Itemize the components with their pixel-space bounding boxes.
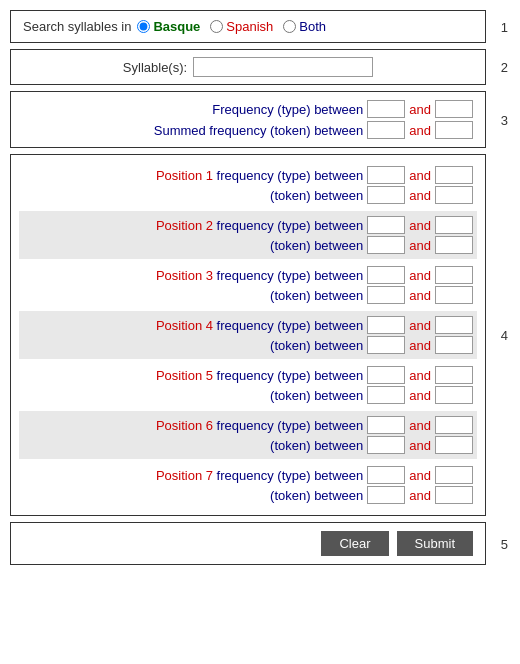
pos-1-num: Position 1 <box>156 168 213 183</box>
pos-3-type-label: Position 3 frequency (type) between <box>156 268 363 283</box>
pos-2-token-to[interactable] <box>435 236 473 254</box>
radio-spanish-input[interactable] <box>210 20 223 33</box>
pos-7-type-to[interactable] <box>435 466 473 484</box>
pos-2-type-from[interactable] <box>367 216 405 234</box>
section-1: Search syllables in Basque Spanish Both <box>10 10 486 43</box>
pos-6-type-label: Position 6 frequency (type) between <box>156 418 363 433</box>
pos-3-type-row: Position 3 frequency (type) between and <box>23 266 473 284</box>
pos-3-token-text: (token) between <box>270 288 363 303</box>
freq-token-to[interactable] <box>435 121 473 139</box>
radio-basque-input[interactable] <box>137 20 150 33</box>
pos-5-token-and: and <box>409 388 431 403</box>
pos-1-token-from[interactable] <box>367 186 405 204</box>
pos-6-type-to[interactable] <box>435 416 473 434</box>
pos-3-type-from[interactable] <box>367 266 405 284</box>
pos-4-type-row: Position 4 frequency (type) between and <box>23 316 473 334</box>
pos-7-token-and: and <box>409 488 431 503</box>
radio-spanish-label: Spanish <box>226 19 273 34</box>
pos-3-token-from[interactable] <box>367 286 405 304</box>
pos-4-type-from[interactable] <box>367 316 405 334</box>
pos-4-token-from[interactable] <box>367 336 405 354</box>
pos-6-token-from[interactable] <box>367 436 405 454</box>
pos-7-type-row: Position 7 frequency (type) between and <box>23 466 473 484</box>
pos-3-token-to[interactable] <box>435 286 473 304</box>
pos-5-type-and: and <box>409 368 431 383</box>
syllables-input[interactable] <box>193 57 373 77</box>
pos-1-token-text: (token) between <box>270 188 363 203</box>
clear-button[interactable]: Clear <box>321 531 388 556</box>
pos-5-token-to[interactable] <box>435 386 473 404</box>
section-3-number: 3 <box>501 112 508 127</box>
freq-token-and: and <box>409 123 431 138</box>
pos-2-type-text: frequency (type) between <box>213 218 363 233</box>
freq-type-to[interactable] <box>435 100 473 118</box>
pos-6-token-label: (token) between <box>270 438 363 453</box>
section-1-number: 1 <box>501 19 508 34</box>
pos-6-token-to[interactable] <box>435 436 473 454</box>
pos-1-token-and: and <box>409 188 431 203</box>
pos-3-token-row: (token) between and <box>23 286 473 304</box>
freq-type-label: Frequency (type) between <box>212 102 363 117</box>
section-4-number: 4 <box>501 328 508 343</box>
pos-7-token-row: (token) between and <box>23 486 473 504</box>
pos-7-type-from[interactable] <box>367 466 405 484</box>
pos-7-type-label: Position 7 frequency (type) between <box>156 468 363 483</box>
pos-5-token-label: (token) between <box>270 388 363 403</box>
pos-6-token-text: (token) between <box>270 438 363 453</box>
pos-4-type-text: frequency (type) between <box>213 318 363 333</box>
pos-5-type-from[interactable] <box>367 366 405 384</box>
radio-basque-label: Basque <box>153 19 200 34</box>
pos-4-type-to[interactable] <box>435 316 473 334</box>
pos-1-token-to[interactable] <box>435 186 473 204</box>
pos-7-token-from[interactable] <box>367 486 405 504</box>
pos-2-type-to[interactable] <box>435 216 473 234</box>
section-5-number: 5 <box>501 536 508 551</box>
pos-1-type-from[interactable] <box>367 166 405 184</box>
pos-5-type-to[interactable] <box>435 366 473 384</box>
submit-button[interactable]: Submit <box>397 531 473 556</box>
pos-3-type-to[interactable] <box>435 266 473 284</box>
pos-2-num: Position 2 <box>156 218 213 233</box>
pos-6-token-row: (token) between and <box>23 436 473 454</box>
radio-basque[interactable]: Basque <box>137 19 200 34</box>
pos-6-type-and: and <box>409 418 431 433</box>
pos-2-type-and: and <box>409 218 431 233</box>
pos-7-token-text: (token) between <box>270 488 363 503</box>
pos-2-type-row: Position 2 frequency (type) between and <box>23 216 473 234</box>
radio-both[interactable]: Both <box>283 19 326 34</box>
position-2-block: Position 2 frequency (type) between and … <box>19 211 477 259</box>
pos-4-token-row: (token) between and <box>23 336 473 354</box>
radio-spanish[interactable]: Spanish <box>210 19 273 34</box>
pos-2-token-row: (token) between and <box>23 236 473 254</box>
pos-7-type-and: and <box>409 468 431 483</box>
section-2: Syllable(s): <box>10 49 486 85</box>
pos-6-num: Position 6 <box>156 418 213 433</box>
position-3-block: Position 3 frequency (type) between and … <box>19 261 477 309</box>
pos-7-num: Position 7 <box>156 468 213 483</box>
pos-4-type-label: Position 4 frequency (type) between <box>156 318 363 333</box>
pos-2-token-label: (token) between <box>270 238 363 253</box>
pos-1-type-text: frequency (type) between <box>213 168 363 183</box>
freq-type-from[interactable] <box>367 100 405 118</box>
pos-4-num: Position 4 <box>156 318 213 333</box>
pos-4-token-and: and <box>409 338 431 353</box>
pos-4-token-to[interactable] <box>435 336 473 354</box>
pos-1-type-row: Position 1 frequency (type) between and <box>23 166 473 184</box>
freq-token-from[interactable] <box>367 121 405 139</box>
section-4: Position 1 frequency (type) between and … <box>10 154 486 516</box>
pos-3-token-and: and <box>409 288 431 303</box>
radio-both-label: Both <box>299 19 326 34</box>
syllables-label: Syllable(s): <box>123 60 187 75</box>
pos-6-type-row: Position 6 frequency (type) between and <box>23 416 473 434</box>
pos-5-token-from[interactable] <box>367 386 405 404</box>
pos-6-type-from[interactable] <box>367 416 405 434</box>
pos-5-type-text: frequency (type) between <box>213 368 363 383</box>
pos-7-token-to[interactable] <box>435 486 473 504</box>
radio-both-input[interactable] <box>283 20 296 33</box>
freq-token-label: Summed frequency (token) between <box>154 123 364 138</box>
pos-1-type-and: and <box>409 168 431 183</box>
pos-1-type-to[interactable] <box>435 166 473 184</box>
pos-2-token-from[interactable] <box>367 236 405 254</box>
pos-4-token-text: (token) between <box>270 338 363 353</box>
pos-1-type-label: Position 1 frequency (type) between <box>156 168 363 183</box>
